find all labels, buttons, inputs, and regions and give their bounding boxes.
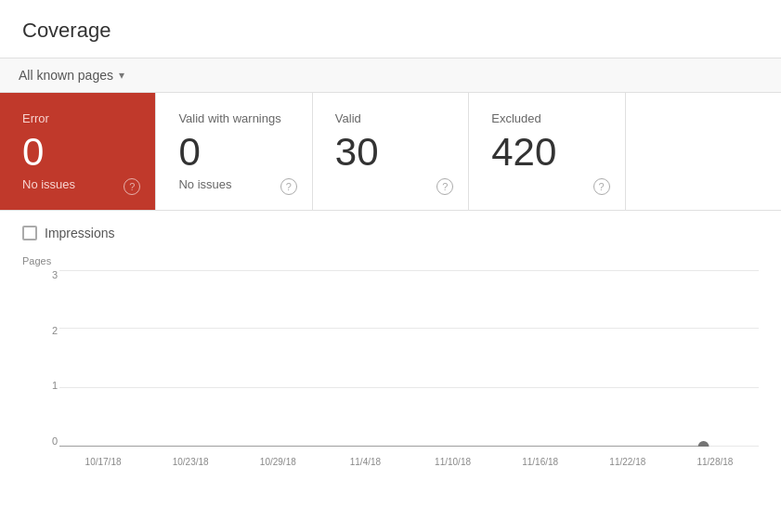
x-label-8: 11/28/18 xyxy=(671,457,759,467)
warnings-card: Valid with warnings 0 No issues ? xyxy=(156,93,312,210)
chart-area: Pages 0 1 2 3 xyxy=(22,255,759,474)
excluded-value: 420 xyxy=(491,133,602,172)
y-label-2: 2 xyxy=(22,326,58,336)
warnings-value: 0 xyxy=(178,133,289,172)
impressions-label: Impressions xyxy=(45,226,114,240)
y-label-0: 0 xyxy=(22,436,58,447)
filter-label: All known pages xyxy=(19,68,113,83)
error-label: Error xyxy=(22,111,133,125)
y-label-1: 1 xyxy=(22,381,58,391)
error-value: 0 xyxy=(22,133,133,172)
x-axis-labels: 10/17/18 10/23/18 10/29/18 11/4/18 11/10… xyxy=(59,448,759,474)
x-label-3: 10/29/18 xyxy=(234,457,321,467)
y-axis-label: Pages xyxy=(22,255,759,266)
chart-section: Impressions Pages 0 1 2 3 xyxy=(0,211,781,474)
x-label-7: 11/22/18 xyxy=(584,457,671,467)
x-label-4: 11/4/18 xyxy=(321,457,409,467)
error-sublabel: No issues xyxy=(22,177,133,191)
cards-row: Error 0 No issues ? Valid with warnings … xyxy=(0,93,781,211)
impressions-row: Impressions xyxy=(22,226,759,240)
valid-help-icon[interactable]: ? xyxy=(436,178,453,195)
filter-bar: All known pages ▾ xyxy=(0,58,781,93)
valid-card: Valid 30 ? xyxy=(313,93,469,210)
warnings-help-icon[interactable]: ? xyxy=(280,178,297,195)
x-label-2: 10/23/18 xyxy=(147,457,234,467)
x-label-5: 11/10/18 xyxy=(410,457,497,467)
x-label-1: 10/17/18 xyxy=(59,457,147,467)
excluded-label: Excluded xyxy=(491,111,602,125)
error-card: Error 0 No issues ? xyxy=(0,93,156,210)
valid-value: 30 xyxy=(335,133,446,172)
x-label-6: 11/16/18 xyxy=(497,457,584,467)
warnings-label: Valid with warnings xyxy=(178,111,289,125)
y-axis-labels: 0 1 2 3 xyxy=(22,270,58,447)
chart-container: 0 1 2 3 10/17/18 10/23 xyxy=(22,270,759,474)
excluded-help-icon[interactable]: ? xyxy=(593,178,610,195)
empty-card xyxy=(626,93,781,210)
page-title: Coverage xyxy=(0,0,781,58)
svg-point-0 xyxy=(698,441,709,447)
chart-svg xyxy=(59,270,759,447)
valid-label: Valid xyxy=(335,111,446,125)
filter-dropdown[interactable]: All known pages ▾ xyxy=(19,68,124,83)
y-label-3: 3 xyxy=(22,270,58,280)
chevron-down-icon: ▾ xyxy=(119,69,124,82)
impressions-checkbox[interactable] xyxy=(22,226,37,240)
warnings-sublabel: No issues xyxy=(178,177,289,191)
excluded-card: Excluded 420 ? xyxy=(469,93,625,210)
error-help-icon[interactable]: ? xyxy=(124,178,140,195)
